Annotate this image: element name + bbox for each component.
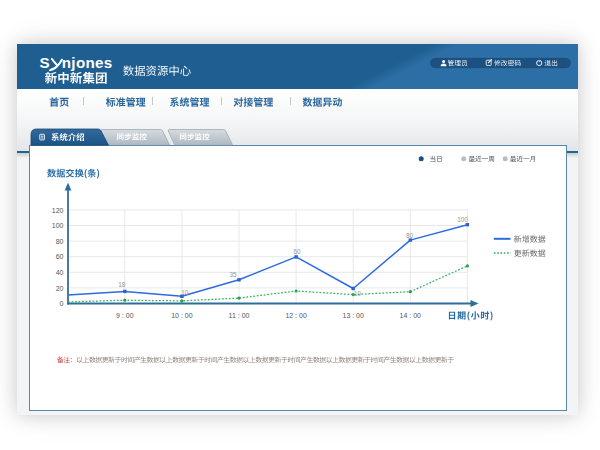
svg-text:120: 120: [52, 207, 64, 214]
svg-text:80: 80: [56, 238, 64, 245]
svg-text:18: 18: [118, 281, 126, 288]
svg-text:njones: njones: [62, 54, 113, 71]
svg-text:20: 20: [56, 285, 64, 292]
svg-text:10: 10: [354, 290, 362, 297]
svg-text:100: 100: [457, 216, 468, 223]
svg-text:60: 60: [293, 248, 301, 255]
svg-text:60: 60: [56, 253, 64, 260]
svg-text:100: 100: [52, 222, 64, 229]
svg-text:13 : 00: 13 : 00: [342, 312, 364, 319]
svg-text:14 : 00: 14 : 00: [400, 312, 422, 319]
svg-text:10: 10: [181, 289, 189, 296]
svg-text:40: 40: [56, 269, 64, 276]
svg-text:35: 35: [229, 271, 237, 278]
svg-text:12 : 00: 12 : 00: [285, 312, 307, 319]
svg-text:10 : 00: 10 : 00: [171, 312, 193, 319]
svg-text:S: S: [40, 54, 50, 71]
svg-text:80: 80: [406, 232, 414, 239]
svg-text:9 : 00: 9 : 00: [116, 312, 134, 319]
svg-text:11 : 00: 11 : 00: [229, 312, 250, 319]
svg-text:0: 0: [60, 300, 64, 307]
